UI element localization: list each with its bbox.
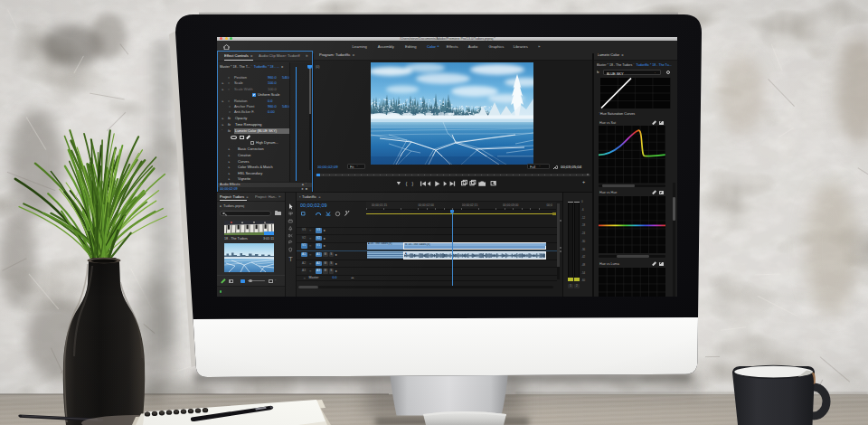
svg-text:{: { xyxy=(406,181,408,185)
svg-text:}: } xyxy=(412,181,414,185)
svg-text:T: T xyxy=(288,255,293,263)
